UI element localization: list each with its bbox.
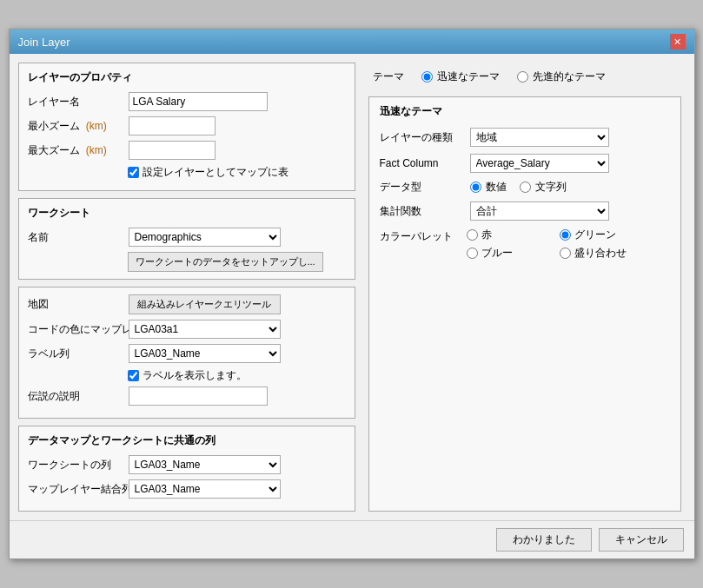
min-zoom-unit: (km) [86, 120, 107, 132]
code-color-label: コードの色にマップレイヤー [28, 322, 123, 337]
show-label-checkbox-label: ラベルを表示します。 [143, 368, 247, 383]
data-type-row: データ型 数値 文字列 [380, 180, 670, 195]
fact-column-row: Fact Column Average_Salary [380, 154, 670, 173]
map-layer-checkbox[interactable] [128, 167, 139, 178]
map-section: 地図 組み込みレイヤークエリツール コードの色にマップレイヤー LGA03a1 … [18, 287, 355, 419]
red-color-item: 赤 [467, 228, 534, 242]
quick-theme-box-title: 迅速なテーマ [380, 104, 670, 119]
theme-label: テーマ [373, 69, 404, 84]
worksheet-setup-button[interactable]: ワークシートのデータをセットアップし... [128, 252, 323, 272]
color-palette-row: カラーパレット 赤 グリーン ブルー [380, 228, 670, 261]
quick-theme-radio-label: 迅速なテーマ [437, 69, 500, 84]
blue-color-radio[interactable] [467, 248, 478, 259]
worksheet-title: ワークシート [28, 206, 346, 221]
left-panel: レイヤーのプロパティ レイヤー名 最小ズーム (km) 最大ズーム (km) [18, 63, 355, 512]
layer-properties-title: レイヤーのプロパティ [28, 70, 346, 85]
worksheet-col-select[interactable]: LGA03_Name [129, 455, 281, 474]
legend-input[interactable] [129, 386, 268, 406]
green-color-item: グリーン [560, 228, 627, 242]
advanced-theme-radio[interactable] [517, 71, 528, 83]
theme-header: テーマ 迅速なテーマ 先進的なテーマ [364, 63, 686, 89]
red-color-label: 赤 [481, 228, 492, 242]
label-col-row: ラベル列 LGA03_Name [28, 344, 346, 363]
numeric-radio-label: 数値 [486, 180, 507, 195]
string-radio-label: 文字列 [535, 180, 567, 195]
dialog-title: Join Layer [18, 36, 70, 49]
blue-color-label: ブルー [481, 246, 513, 261]
numeric-radio[interactable] [470, 182, 481, 193]
worksheet-col-label: ワークシートの列 [28, 458, 123, 472]
title-bar: Join Layer ✕ [10, 30, 694, 54]
blue-color-item: ブルー [467, 246, 534, 261]
join-title: データマップとワークシートに共通の列 [28, 433, 346, 448]
map-query-tool-button[interactable]: 組み込みレイヤークエリツール [129, 294, 281, 314]
aggregate-label: 集計関数 [380, 204, 467, 219]
close-button[interactable]: ✕ [670, 34, 686, 50]
map-layer-col-label: マップレイヤー結合列 [28, 482, 123, 497]
map-section-title: 地図 [28, 297, 123, 312]
join-section: データマップとワークシートに共通の列 ワークシートの列 LGA03_Name マ… [18, 426, 355, 512]
layer-properties-section: レイヤーのプロパティ レイヤー名 最小ズーム (km) 最大ズーム (km) [18, 63, 355, 191]
red-color-radio[interactable] [467, 229, 478, 241]
min-zoom-input[interactable] [129, 116, 216, 135]
green-color-radio[interactable] [560, 229, 571, 241]
min-zoom-label: 最小ズーム (km) [28, 119, 123, 134]
fact-column-select[interactable]: Average_Salary [470, 154, 609, 173]
worksheet-name-label: 名前 [28, 230, 123, 245]
legend-label: 伝説の説明 [28, 389, 123, 404]
advanced-theme-radio-group: 先進的なテーマ [517, 69, 606, 84]
assorted-color-radio[interactable] [560, 248, 571, 259]
layer-type-select[interactable]: 地域 [470, 128, 609, 147]
map-btn-row: 地図 組み込みレイヤークエリツール [28, 294, 346, 314]
layer-name-input[interactable] [129, 92, 268, 111]
max-zoom-unit: (km) [86, 144, 107, 156]
layer-type-label: レイヤーの種類 [380, 130, 467, 145]
data-type-label: データ型 [380, 180, 467, 195]
worksheet-setup-row: ワークシートのデータをセットアップし... [28, 252, 346, 272]
layer-type-row: レイヤーの種類 地域 [380, 128, 670, 147]
string-radio-group: 文字列 [520, 180, 567, 195]
layer-name-row: レイヤー名 [28, 92, 346, 111]
cancel-button[interactable]: キャンセル [599, 528, 684, 552]
assorted-color-item: 盛り合わせ [560, 246, 627, 261]
map-layer-checkbox-row: 設定レイヤーとしてマップに表 [128, 165, 346, 180]
color-palette-grid: 赤 グリーン ブルー 盛り合わせ [467, 228, 627, 261]
min-zoom-row: 最小ズーム (km) [28, 116, 346, 135]
string-radio[interactable] [520, 182, 531, 193]
quick-theme-radio[interactable] [421, 71, 433, 83]
code-color-select[interactable]: LGA03a1 [129, 320, 281, 339]
layer-name-label: レイヤー名 [28, 95, 123, 109]
dialog-body: レイヤーのプロパティ レイヤー名 最小ズーム (km) 最大ズーム (km) [10, 54, 694, 520]
assorted-color-label: 盛り合わせ [574, 246, 627, 261]
ok-button[interactable]: わかりました [496, 528, 592, 552]
map-layer-col-select[interactable]: LGA03_Name [129, 479, 281, 499]
fact-column-label: Fact Column [380, 157, 467, 169]
max-zoom-input[interactable] [129, 141, 216, 160]
quick-theme-box: 迅速なテーマ レイヤーの種類 地域 Fact Column Average_Sa… [368, 96, 681, 512]
show-label-checkbox[interactable] [128, 370, 139, 381]
worksheet-name-select[interactable]: Demographics [129, 228, 281, 247]
data-type-radio-group: 数値 文字列 [470, 180, 567, 195]
green-color-label: グリーン [574, 228, 616, 242]
map-layer-checkbox-label: 設定レイヤーとしてマップに表 [143, 165, 288, 180]
legend-row: 伝説の説明 [28, 386, 346, 406]
right-panel: テーマ 迅速なテーマ 先進的なテーマ 迅速なテーマ レイヤーの種類 地域 [364, 63, 686, 512]
join-layer-dialog: Join Layer ✕ レイヤーのプロパティ レイヤー名 最小ズーム (km) [9, 29, 695, 559]
label-col-select[interactable]: LGA03_Name [129, 344, 281, 363]
show-label-row: ラベルを表示します。 [128, 368, 346, 383]
code-color-row: コードの色にマップレイヤー LGA03a1 [28, 320, 346, 339]
max-zoom-label: 最大ズーム (km) [28, 143, 123, 158]
map-layer-col-row: マップレイヤー結合列 LGA03_Name [28, 479, 346, 499]
aggregate-row: 集計関数 合計 [380, 202, 670, 221]
advanced-theme-radio-label: 先進的なテーマ [533, 69, 606, 84]
worksheet-name-row: 名前 Demographics [28, 228, 346, 247]
quick-theme-radio-group: 迅速なテーマ [421, 69, 500, 84]
label-col-label: ラベル列 [28, 347, 123, 361]
worksheet-col-row: ワークシートの列 LGA03_Name [28, 455, 346, 474]
worksheet-section: ワークシート 名前 Demographics ワークシートのデータをセットアップ… [18, 198, 355, 280]
color-palette-label: カラーパレット [380, 228, 467, 244]
numeric-radio-group: 数値 [470, 180, 507, 195]
aggregate-select[interactable]: 合計 [470, 202, 609, 221]
max-zoom-row: 最大ズーム (km) [28, 141, 346, 160]
dialog-footer: わかりました キャンセル [10, 520, 694, 558]
